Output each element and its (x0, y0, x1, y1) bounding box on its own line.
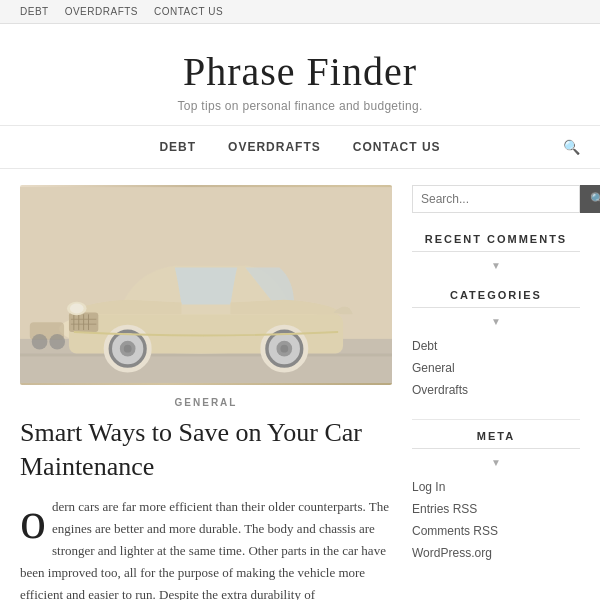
svg-point-21 (280, 345, 288, 353)
recent-comments-label: Recent Comments (412, 233, 580, 252)
meta-link-entries-rss[interactable]: Entries RSS (412, 502, 477, 516)
sidebar-categories: Categories ▼ Debt General Overdrafts (412, 289, 580, 401)
categories-arrow: ▼ (412, 316, 580, 327)
topbar-link-contact[interactable]: Contact Us (154, 6, 223, 17)
nav-link-debt[interactable]: Debt (159, 140, 196, 154)
post-title: Smart Ways to Save on Your Car Maintenan… (20, 416, 392, 484)
meta-link-login[interactable]: Log In (412, 480, 445, 494)
category-link-general[interactable]: General (412, 361, 455, 375)
svg-point-25 (32, 334, 48, 350)
svg-point-26 (49, 334, 65, 350)
main-content: General Smart Ways to Save on Your Car M… (20, 185, 412, 600)
topbar-link-overdrafts[interactable]: Overdrafts (65, 6, 138, 17)
meta-item-comments-rss: Comments RSS (412, 520, 580, 542)
nav-search-icon[interactable]: 🔍 (563, 139, 580, 156)
meta-arrow: ▼ (412, 457, 580, 468)
meta-item-entries-rss: Entries RSS (412, 498, 580, 520)
category-link-overdrafts[interactable]: Overdrafts (412, 383, 468, 397)
categories-label: Categories (412, 289, 580, 308)
svg-rect-2 (20, 354, 392, 357)
meta-link-comments-rss[interactable]: Comments RSS (412, 524, 498, 538)
meta-link-wordpress[interactable]: WordPress.org (412, 546, 492, 560)
sidebar-meta: Meta ▼ Log In Entries RSS Comments RSS W… (412, 430, 580, 564)
site-header: Phrase Finder Top tips on personal finan… (0, 24, 600, 126)
meta-label: Meta (412, 430, 580, 449)
hero-image (20, 185, 392, 385)
category-item-debt: Debt (412, 335, 580, 357)
nav-link-overdrafts[interactable]: Overdrafts (228, 140, 321, 154)
search-button[interactable]: 🔍 (580, 185, 600, 213)
categories-list: Debt General Overdrafts (412, 335, 580, 401)
top-bar: Debt Overdrafts Contact Us (0, 0, 600, 24)
topbar-link-debt[interactable]: Debt (20, 6, 49, 17)
category-item-overdrafts: Overdrafts (412, 379, 580, 401)
category-label: General (20, 397, 392, 408)
content-area: General Smart Ways to Save on Your Car M… (0, 169, 600, 600)
post-content: odern cars are far more efficient than t… (20, 496, 392, 600)
search-input[interactable] (412, 185, 580, 213)
svg-point-17 (124, 345, 132, 353)
sidebar-divider (412, 419, 580, 420)
svg-point-13 (70, 304, 84, 314)
category-item-general: General (412, 357, 580, 379)
category-link-debt[interactable]: Debt (412, 339, 437, 353)
site-title: Phrase Finder (20, 48, 580, 95)
sidebar-search: 🔍 (412, 185, 580, 213)
sidebar: 🔍 Recent Comments ▼ Categories ▼ Debt Ge… (412, 185, 580, 600)
meta-list: Log In Entries RSS Comments RSS WordPres… (412, 476, 580, 564)
main-nav: Debt Overdrafts Contact Us 🔍 (0, 126, 600, 169)
meta-item-wordpress: WordPress.org (412, 542, 580, 564)
post-body: odern cars are far more efficient than t… (20, 496, 392, 600)
site-description: Top tips on personal finance and budgeti… (20, 99, 580, 113)
nav-links: Debt Overdrafts Contact Us (159, 126, 440, 168)
meta-item-login: Log In (412, 476, 580, 498)
nav-link-contact[interactable]: Contact Us (353, 140, 441, 154)
recent-comments-arrow: ▼ (412, 260, 580, 271)
sidebar-recent-comments: Recent Comments ▼ (412, 233, 580, 271)
